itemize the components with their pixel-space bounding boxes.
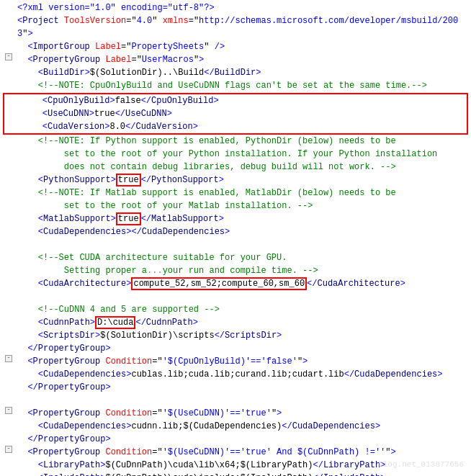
property-group-usermacros-line: - <PropertyGroup Label="UserMacros"> [0, 53, 471, 66]
cudaversion-line: <CudaVersion>8.0</CudaVersion> [4, 120, 467, 133]
pg-usecudnn-and: <PropertyGroup Condition="'$(UseCuDNN)'=… [17, 446, 468, 459]
project-tag: <Project ToolsVersion="4.0" xmlns="http:… [17, 14, 468, 40]
import-group: <ImportGroup Label="PropertySheets" /> [17, 40, 468, 53]
comment-python1: <!--NOTE: If Python support is enabled, … [17, 135, 468, 148]
comment-cpuonly: <!--NOTE: CpuOnlyBuild and UseCuDNN flag… [17, 79, 468, 92]
builddir-line: <BuildDir>$(SolutionDir)..\Build</BuildD… [0, 66, 471, 79]
minus-gutter3[interactable]: - [3, 407, 14, 414]
comment-python1-line: <!--NOTE: If Python support is enabled, … [0, 135, 471, 148]
comment-cudnn-line: <!--CuDNN 4 and 5 are supported --> [0, 303, 471, 316]
property-group-usermacros: <PropertyGroup Label="UserMacros"> [17, 53, 468, 66]
close-property-group1: </PropertyGroup> [17, 342, 468, 355]
comment-cudnn: <!--CuDNN 4 and 5 are supported --> [17, 303, 468, 316]
usecudnn: <UseCuDNN>true</UseCuDNN> [22, 107, 464, 120]
minus-gutter[interactable]: - [3, 53, 14, 60]
close-pg-usecudnn-line: </PropertyGroup> [0, 433, 471, 446]
pg-usecudnn-cond-line: - <PropertyGroup Condition="'$(UseCuDNN)… [0, 407, 471, 420]
import-group-line: <ImportGroup Label="PropertySheets" /> [0, 40, 471, 53]
minus-gutter4[interactable]: - [3, 446, 14, 453]
close-pg-usecudnn: </PropertyGroup> [17, 433, 468, 446]
xml-declaration-line: <?xml version="1.0" encoding="utf-8"?> [0, 1, 471, 14]
blank2 [0, 290, 471, 303]
builddir: <BuildDir>$(SolutionDir)..\Build</BuildD… [17, 66, 468, 79]
pg-cpuonly-cond-line: - <PropertyGroup Condition="'$(CpuOnlyBu… [0, 355, 471, 368]
matlabsupport: <MatlabSupport>true</MatlabSupport> [17, 212, 468, 225]
cuda-dep-cublas-line: <CudaDependencies>cublas.lib;cuda.lib;cu… [0, 368, 471, 381]
comment-matlab2: set to the root of your Matlab installat… [17, 199, 468, 212]
cpuonlybuild-line: <CpuOnlyBuild>false</CpuOnlyBuild> [4, 94, 467, 107]
comment-cuda-arch1-line: <!--Set CUDA architecture suitable for y… [0, 251, 471, 264]
cudadependencies-empty-line: <CudaDependencies></CudaDependencies> [0, 225, 471, 238]
close-property-group1-line: </PropertyGroup> [0, 342, 471, 355]
comment-python3: does not contain debug libraries, debug … [17, 161, 468, 174]
xml-declaration: <?xml version="1.0" encoding="utf-8"?> [17, 1, 468, 14]
matlabsupport-line: <MatlabSupport>true</MatlabSupport> [0, 212, 471, 225]
scriptsdir: <ScriptsDir>$(SolutionDir)\scripts</Scri… [17, 329, 468, 342]
includepath-line: <IncludePath>$(CuDnnPath)\cuda\include;$… [0, 472, 471, 476]
project-tag-line: <Project ToolsVersion="4.0" xmlns="http:… [0, 14, 471, 40]
editor: <?xml version="1.0" encoding="utf-8"?> <… [0, 0, 471, 476]
cudadependencies-empty: <CudaDependencies></CudaDependencies> [17, 225, 468, 238]
pythonsupport: <PythonSupport>true</PythonSupport> [17, 174, 468, 187]
comment-matlab2-line: set to the root of your Matlab installat… [0, 199, 471, 212]
usecudnn-line: <UseCuDNN>true</UseCuDNN> [4, 107, 467, 120]
comment-cuda-arch1: <!--Set CUDA architecture suitable for y… [17, 251, 468, 264]
cudnnpath-line: <CudnnPath>D:\cuda</CudnnPath> [0, 316, 471, 329]
comment-cuda-arch2-line: Setting proper a...your run and compile … [0, 264, 471, 277]
minus-gutter2[interactable]: - [3, 355, 14, 362]
comment-python2: set to the root of your Python installat… [17, 148, 468, 161]
comment-matlab1: <!--NOTE: If Matlab support is enabled, … [17, 187, 468, 199]
pg-usecudnn-cond: <PropertyGroup Condition="'$(UseCuDNN)'=… [17, 407, 468, 420]
cudadep-cudnn-line: <CudaDependencies>cudnn.lib;$(CudaDepend… [0, 420, 471, 433]
blank1 [0, 238, 471, 251]
cudnnpath: <CudnnPath>D:\cuda</CudnnPath> [17, 316, 468, 329]
pg-usecudnn-and-line: - <PropertyGroup Condition="'$(UseCuDNN)… [0, 446, 471, 459]
blank3 [0, 394, 471, 407]
comment-cpuonly-line: <!--NOTE: CpuOnlyBuild and UseCuDNN flag… [0, 79, 471, 92]
cudaversion: <CudaVersion>8.0</CudaVersion> [22, 120, 464, 133]
pythonsupport-line: <PythonSupport>true</PythonSupport> [0, 174, 471, 187]
comment-cuda-arch2: Setting proper a...your run and compile … [17, 264, 468, 277]
comment-python3-line: does not contain debug libraries, debug … [0, 161, 471, 174]
cudadep-cudnn: <CudaDependencies>cudnn.lib;$(CudaDepend… [17, 420, 468, 433]
cuda-architecture-line: <CudaArchitecture>compute_52,sm_52;compu… [0, 277, 471, 290]
scriptsdir-line: <ScriptsDir>$(SolutionDir)\scripts</Scri… [0, 329, 471, 342]
comment-matlab1-line: <!--NOTE: If Matlab support is enabled, … [0, 187, 471, 199]
pg-cpuonly-cond: <PropertyGroup Condition="'$(CpuOnlyBuil… [17, 355, 468, 368]
cuda-dep-cublas: <CudaDependencies>cublas.lib;cuda.lib;cu… [17, 368, 468, 381]
cuda-architecture: <CudaArchitecture>compute_52,sm_52;compu… [17, 277, 468, 290]
comment-python2-line: set to the root of your Python installat… [0, 148, 471, 161]
watermark: blog.net_013877656 [378, 460, 464, 469]
cpuonlybuild: <CpuOnlyBuild>false</CpuOnlyBuild> [22, 94, 464, 107]
close-pg-cpuonly: </PropertyGroup> [17, 381, 468, 394]
includepath: <IncludePath>$(CuDnnPath)\cuda\include;$… [17, 472, 468, 476]
close-pg-cpuonly-line: </PropertyGroup> [0, 381, 471, 394]
